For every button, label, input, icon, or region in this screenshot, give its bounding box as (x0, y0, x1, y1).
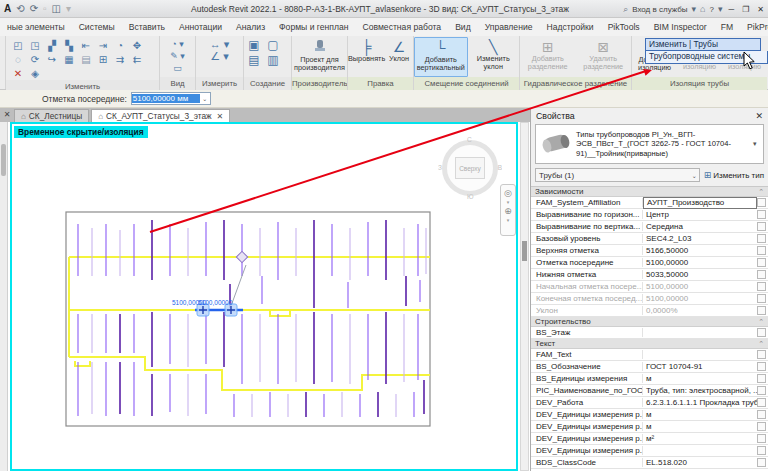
help-button[interactable]: ? (709, 5, 713, 14)
align-pipes-button[interactable]: ╞ Выровнять (348, 37, 385, 77)
modify-tool-icon[interactable]: ↪ (46, 53, 59, 66)
associate-parameter-box[interactable] (757, 422, 766, 431)
disabled-tool-icon[interactable]: ▫ (43, 4, 47, 14)
property-value[interactable]: ГОСТ 10704-91 (643, 362, 757, 371)
ribbon-tab[interactable]: FM (714, 20, 740, 34)
associate-parameter-box[interactable] (757, 222, 766, 231)
associate-parameter-box[interactable] (757, 410, 766, 419)
modify-tool-icon[interactable]: ◳ (29, 39, 42, 52)
associate-parameter-box[interactable] (757, 234, 766, 243)
viewcube-south[interactable]: Ю (467, 193, 474, 200)
property-value[interactable]: 5166,50000 (643, 246, 757, 255)
modify-tool-icon[interactable]: ⇤ (80, 39, 93, 52)
ribbon-tab[interactable]: Системы (72, 20, 122, 34)
create-similar-icon[interactable]: ▥ (267, 54, 280, 67)
ribbon-tab[interactable]: BIM Inspector (647, 20, 714, 34)
close-tab-icon[interactable]: ✕ (217, 112, 224, 121)
modify-tool-icon[interactable]: ◔ (114, 39, 127, 52)
signin-button[interactable]: Вход в службы (632, 5, 687, 14)
navbar-arrow-icon[interactable]: ▾ (507, 218, 510, 222)
ribbon-tab[interactable]: PikTools (601, 20, 647, 34)
help-arrow-icon[interactable]: ▾ (718, 4, 723, 14)
viewcube-top-face[interactable]: Сверху (455, 157, 485, 179)
hide-elements-icon[interactable]: ◔ ▾ (171, 39, 183, 50)
view-box-icon[interactable]: ▭ (173, 63, 182, 74)
modify-tool-icon[interactable]: ⇉ (114, 53, 127, 66)
modify-tool-icon[interactable]: ▚ (63, 39, 76, 52)
middle-elevation-combobox[interactable]: 5100,00000 мм ⌄ (131, 92, 211, 105)
view-tab-stairs[interactable]: ⌂ СК_Лестницы (14, 109, 89, 122)
ruler-icon[interactable]: ↔ ▾ (210, 39, 230, 50)
undo-icon[interactable]: ⟲ (16, 4, 24, 14)
ribbon-tab[interactable]: Формы и генплан (272, 20, 355, 34)
property-value[interactable]: м² (643, 434, 757, 443)
modify-tool-icon[interactable]: ▤ (80, 53, 93, 66)
ribbon-tab[interactable]: Управление (478, 20, 540, 34)
associate-parameter-box[interactable] (757, 246, 766, 255)
property-value[interactable]: EL.518.020 (643, 458, 757, 467)
remove-separation-button[interactable]: ⊠ Удалить разделение (576, 37, 632, 77)
type-selector[interactable]: Типы трубопроводов PI_Ун._ВГП-ЭСВ_ПВст_Т… (535, 124, 764, 164)
property-value[interactable]: 5100,00000 (643, 294, 757, 303)
navbar-arrow-icon[interactable]: ▾ (507, 200, 510, 204)
property-value[interactable]: м (643, 422, 757, 431)
associate-parameter-box[interactable] (757, 198, 766, 207)
modify-tool-icon[interactable]: ▞ (46, 39, 59, 52)
middle-elevation-value[interactable]: 5100,00000 мм (132, 94, 200, 103)
associate-parameter-box[interactable] (757, 258, 766, 267)
property-value[interactable]: 5033,50000 (643, 270, 757, 279)
add-separation-button[interactable]: ⊞ Добавить разделение (520, 37, 576, 77)
redo-icon[interactable]: ⟳ (30, 4, 38, 14)
modify-tool-icon[interactable]: ◌ (12, 53, 25, 66)
associate-parameter-box[interactable] (757, 434, 766, 443)
store-icon[interactable]: ⌂ (700, 4, 705, 14)
associate-parameter-box[interactable] (757, 210, 766, 219)
dropdown-item-piping-systems[interactable]: Трубопроводные системы (645, 51, 768, 64)
create-parts-icon[interactable]: ▤ (248, 54, 261, 67)
create-group-icon[interactable]: ▣ (248, 39, 261, 52)
associate-parameter-box[interactable] (757, 350, 766, 359)
navigation-bar[interactable]: ◎ ▾ ⊕ ▾ (500, 184, 516, 236)
create-assembly-icon[interactable]: ▢ (267, 39, 280, 52)
property-value[interactable]: м (643, 410, 757, 419)
property-value[interactable]: SEC4.2_L03 (643, 234, 757, 243)
restore-button[interactable]: ❐ (740, 5, 751, 14)
property-value[interactable]: 6.2.3.1.6.1.1.1 Прокладка труб... (643, 398, 757, 407)
ribbon-tab[interactable]: Надстройки (539, 20, 600, 34)
modify-tool-icon[interactable]: ⇇ (131, 53, 144, 66)
filter-arrow-icon[interactable]: ⌄ (692, 172, 699, 179)
associate-parameter-box[interactable] (757, 374, 766, 383)
text-tool-icon[interactable]: A (4, 4, 11, 14)
associate-parameter-box[interactable] (757, 362, 766, 371)
scroll-thumb[interactable] (522, 241, 527, 261)
type-selector-arrow-icon[interactable]: ▾ (753, 140, 763, 148)
modify-tool-icon[interactable]: ◈ (29, 67, 42, 80)
properties-section-header[interactable]: Текст⌃ (531, 339, 768, 349)
associate-parameter-box[interactable] (757, 270, 766, 279)
combobox-arrow-icon[interactable]: ⌄ (200, 95, 210, 102)
modify-tool-icon[interactable]: ◰ (12, 39, 25, 52)
ribbon-tab[interactable]: Аннотации (172, 20, 229, 34)
property-value[interactable]: Труба, тип: электросварной, ... (643, 386, 757, 395)
associate-parameter-box[interactable] (757, 398, 766, 407)
modify-tool-icon[interactable]: ⟳ (29, 53, 42, 66)
viewcube-west[interactable]: З (438, 164, 442, 171)
viewcube-east[interactable]: В (498, 164, 502, 171)
slope-button[interactable]: ∠ Уклон (385, 37, 413, 77)
associate-parameter-box[interactable] (757, 282, 766, 291)
dropdown-item-modify-pipes[interactable]: Изменить | Трубы (645, 38, 761, 51)
viewcube-north[interactable]: С (467, 136, 472, 143)
modify-tool-icon[interactable]: ⇥ (97, 39, 110, 52)
modify-tool-icon[interactable]: ⊞ (97, 53, 110, 66)
ribbon-tab[interactable]: ные элементы (0, 20, 72, 34)
ribbon-tab[interactable]: Вставить (122, 20, 172, 34)
temporary-hide-isolate-badge[interactable]: Временное скрытие/изоляция (14, 126, 148, 138)
drawing-viewport[interactable]: Временное скрытие/изоляция 5100,00000510… (10, 122, 518, 471)
associate-parameter-box[interactable] (757, 446, 766, 455)
qat-customize-icon[interactable]: ▾ (66, 4, 71, 14)
view-tab-aupt-statuses[interactable]: ⌂ СК_АУПТ_Статусы_3_этаж ✕ (91, 109, 230, 122)
scroll-thumb[interactable] (1, 144, 6, 176)
zoom-tool-icon[interactable]: ⊕ (504, 206, 512, 216)
property-value[interactable]: Середина (643, 222, 757, 231)
left-scrollbar[interactable] (0, 122, 8, 471)
